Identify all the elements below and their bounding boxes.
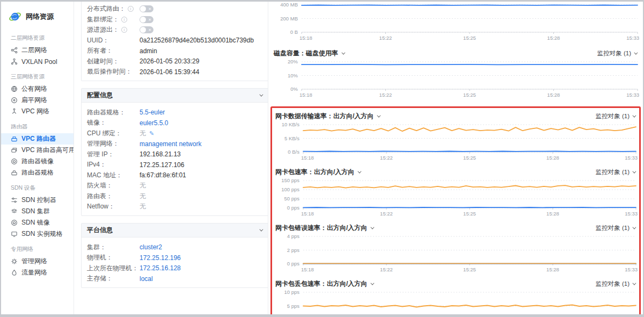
svg-text:15:28: 15:28 <box>546 266 559 272</box>
router-spec-icon <box>11 169 18 176</box>
highlight-red-box: 网卡数据传输速率：出方向/入方向 监控对象 (1) 10 KB/s5 KB/s0… <box>270 106 641 314</box>
last-host-link[interactable]: 172.25.16.128 <box>140 264 181 272</box>
chevron-down-icon <box>634 51 638 54</box>
sidebar-item-label: VPC 路由器 <box>21 134 56 143</box>
nic-packet-drop-chart: 10 pps5 pps0 pps15:1815:2215:2515:2815:3… <box>272 289 638 314</box>
sidebar-item-vpc-router[interactable]: VPC 路由器 <box>1 133 74 145</box>
uuid-value: 0a212526879d4e20b513d0001bc739db <box>140 37 254 44</box>
edit-pencil-icon[interactable]: ✎ <box>149 130 154 137</box>
svg-text:15:28: 15:28 <box>546 211 559 217</box>
sidebar-item-sdn-instance-spec[interactable]: SDN 实例规格 <box>1 228 74 240</box>
chevron-down-icon[interactable] <box>371 225 375 229</box>
sidebar-item-label: VXLAN Pool <box>21 58 57 66</box>
svg-text:15:28: 15:28 <box>547 92 560 98</box>
sidebar-item-flat-network[interactable]: 扁平网络 <box>1 95 74 106</box>
sidebar-item-label: 扁平网络 <box>21 96 47 105</box>
chevron-down-icon[interactable] <box>371 281 375 285</box>
svg-text:15:25: 15:25 <box>463 92 476 98</box>
sidebar-item-sdn-cluster[interactable]: SDN 集群 <box>1 206 74 217</box>
cluster-link[interactable]: cluster2 <box>140 243 162 251</box>
monitor-object-dropdown[interactable]: 监控对象 (1) <box>596 112 635 120</box>
l2-network-icon <box>11 47 18 54</box>
chart-title: 磁盘容量：磁盘使用率 <box>274 49 338 58</box>
chart-title: 网卡包错误速率：出方向/入方向 <box>275 224 367 233</box>
cluster-binding-toggle[interactable]: ✕ <box>140 16 153 23</box>
sidebar: 网络资源 二层网络资源 二层网络 VXLAN Pool 三层网络资源 公有网络 … <box>1 2 74 314</box>
router-spec-link[interactable]: 5.5-euler <box>140 109 165 116</box>
monitor-object-dropdown[interactable]: 监控对象 (1) <box>596 280 635 288</box>
sidebar-group-sdn: SDN 设备 <box>1 178 74 194</box>
sidebar-item-label: VPC 路由器高可用组 <box>21 146 74 155</box>
chevron-down-icon[interactable] <box>259 92 263 96</box>
nic-packet-error-chart: 4 pps2 pps0 pps15:1815:2215:2515:2815:33 <box>272 233 638 274</box>
svg-text:200 MB: 200 MB <box>280 16 298 21</box>
svg-text:0%: 0% <box>290 86 298 92</box>
primary-storage-link[interactable]: local <box>140 275 153 283</box>
sidebar-item-traffic-network[interactable]: 流量网络 <box>1 267 74 278</box>
monitor-object-dropdown[interactable]: 监控对象 (1) <box>596 224 635 232</box>
field-cluster-binding: 集群绑定： ✕ <box>87 15 268 25</box>
svg-text:2 pps: 2 pps <box>287 247 299 253</box>
svg-text:0 pps: 0 pps <box>287 205 299 211</box>
svg-text:15:25: 15:25 <box>463 35 476 41</box>
svg-text:15:33: 15:33 <box>625 155 638 161</box>
sidebar-item-router-spec[interactable]: 路由器规格 <box>1 167 74 178</box>
info-icon[interactable] <box>121 27 127 33</box>
info-icon[interactable] <box>128 6 134 12</box>
svg-text:15:33: 15:33 <box>626 35 639 41</box>
image-link[interactable]: euler5.5.0 <box>140 119 168 127</box>
svg-text:150 pps: 150 pps <box>281 177 299 183</box>
svg-text:50 pps: 50 pps <box>284 196 299 201</box>
platform-info-header[interactable]: 平台信息 <box>82 224 268 237</box>
sidebar-item-vxlan-pool[interactable]: VXLAN Pool <box>1 56 74 67</box>
sidebar-item-sdn-controller[interactable]: SDN 控制器 <box>1 194 74 206</box>
host-link[interactable]: 172.25.12.196 <box>140 254 181 262</box>
config-info-header[interactable]: 配置信息 <box>82 89 268 103</box>
source-in-out-toggle[interactable]: ✕ <box>140 26 153 33</box>
sidebar-item-router-image[interactable]: 路由器镜像 <box>1 156 74 167</box>
nic-throughput-chart: 10 KB/s5 KB/s0 B/s15:1815:2215:2515:2815… <box>272 121 638 162</box>
svg-text:15:28: 15:28 <box>547 35 560 41</box>
sidebar-item-public-network[interactable]: 公有网络 <box>1 83 74 95</box>
chevron-down-icon[interactable] <box>341 51 345 54</box>
chevron-down-icon[interactable] <box>377 113 381 117</box>
svg-text:15:22: 15:22 <box>379 92 392 98</box>
monitor-object-dropdown[interactable]: 监控对象 (1) <box>596 168 635 176</box>
sidebar-item-sdn-image[interactable]: SDN 镜像 <box>1 217 74 228</box>
chevron-down-icon[interactable] <box>259 227 263 231</box>
svg-text:15:33: 15:33 <box>625 266 638 272</box>
sidebar-item-label: 路由器规格 <box>21 168 54 177</box>
svg-text:5 KB/s: 5 KB/s <box>284 135 299 141</box>
create-time-value: 2026-01-05 20:33:29 <box>140 57 199 65</box>
svg-text:15:33: 15:33 <box>625 211 638 217</box>
sidebar-item-vpc-router-ha-group[interactable]: VPC 路由器高可用组 <box>1 145 74 156</box>
svg-text:0 B/s: 0 B/s <box>288 149 299 155</box>
flat-network-icon <box>11 97 18 104</box>
svg-text:10%: 10% <box>288 73 298 78</box>
sidebar-item-vpc-network[interactable]: VPC 网络 <box>1 106 74 117</box>
nic-packet-rate-chart: 150 pps100 pps50 pps0 pps15:1815:2215:25… <box>272 177 638 218</box>
info-icon[interactable] <box>121 17 127 23</box>
last-op-time-value: 2026-01-06 15:39:44 <box>140 68 199 76</box>
sidebar-item-management-network[interactable]: 管理网络 <box>1 256 74 267</box>
sidebar-item-label: SDN 控制器 <box>21 196 56 205</box>
sidebar-group-l2: 二层网络资源 <box>1 28 74 45</box>
app-window: 网络资源 二层网络资源 二层网络 VXLAN Pool 三层网络资源 公有网络 … <box>0 0 644 317</box>
platform-info-card: 平台信息 集群：cluster2 物理机：172.25.12.196 上次所在物… <box>81 223 268 288</box>
nic-throughput-chart-block: 网卡数据传输速率：出方向/入方向 监控对象 (1) 10 KB/s5 KB/s0… <box>272 109 639 164</box>
monitor-object-dropdown[interactable]: 监控对象 (1) <box>597 49 636 57</box>
basic-info-card: 分布式路由： ✕ 集群绑定： ✕ 源进源出： ✕ UUID： 0a2125268… <box>81 2 268 81</box>
app-title: 网络资源 <box>26 12 54 21</box>
svg-text:15:22: 15:22 <box>380 266 393 272</box>
nic-packet-error-chart-block: 网卡包错误速率：出方向/入方向 监控对象 (1) 4 pps2 pps0 pps… <box>272 220 639 276</box>
management-network-link[interactable]: management network <box>140 140 201 148</box>
sidebar-item-label: 公有网络 <box>21 84 47 93</box>
chevron-down-icon[interactable] <box>358 169 362 173</box>
management-ip-value: 192.168.21.13 <box>140 150 181 158</box>
field-create-time: 创建时间： 2026-01-05 20:33:29 <box>87 56 268 67</box>
distributed-routing-toggle[interactable]: ✕ <box>140 5 153 12</box>
field-uuid: UUID： 0a212526879d4e20b513d0001bc739db <box>87 35 268 46</box>
sidebar-item-l2-network[interactable]: 二层网络 <box>1 45 74 56</box>
field-label: 分布式路由： <box>87 4 126 13</box>
disk-usage-chart-block: 磁盘容量：磁盘使用率 监控对象 (1) 20%10%0%15:1815:2215… <box>270 45 641 102</box>
